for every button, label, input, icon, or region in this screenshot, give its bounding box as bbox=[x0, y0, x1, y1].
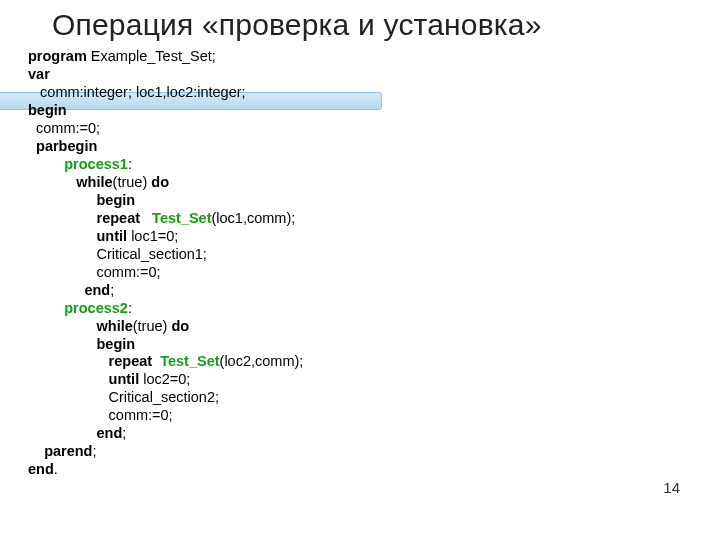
txt: Critical_section2; bbox=[28, 389, 219, 405]
kw-parbegin: parbegin bbox=[28, 138, 97, 154]
txt: (true) bbox=[113, 174, 152, 190]
ind bbox=[28, 425, 97, 441]
ind bbox=[28, 282, 84, 298]
txt: . bbox=[54, 461, 58, 477]
kw-begin: begin bbox=[28, 102, 67, 118]
testset-call: Test_Set bbox=[152, 210, 211, 226]
slide: Операция «проверка и установка» program … bbox=[0, 0, 720, 479]
kw-repeat: repeat bbox=[109, 353, 161, 369]
kw-program: program bbox=[28, 48, 87, 64]
txt: loc2=0; bbox=[139, 371, 190, 387]
kw-begin: begin bbox=[97, 336, 136, 352]
kw-end: end bbox=[97, 425, 123, 441]
txt: comm:=0; bbox=[28, 407, 173, 423]
kw-do: do bbox=[171, 318, 189, 334]
ind bbox=[28, 210, 97, 226]
kw-repeat: repeat bbox=[97, 210, 153, 226]
txt: loc1=0; bbox=[127, 228, 178, 244]
txt: comm:integer; loc1,loc2:integer; bbox=[28, 84, 246, 100]
ind bbox=[28, 228, 97, 244]
kw-while: while bbox=[97, 318, 133, 334]
kw-end: end bbox=[84, 282, 110, 298]
txt: comm:=0; bbox=[28, 120, 100, 136]
kw-do: do bbox=[151, 174, 169, 190]
page-number: 14 bbox=[663, 479, 680, 496]
txt: (loc2,comm); bbox=[220, 353, 304, 369]
kw-until: until bbox=[97, 228, 128, 244]
txt: : bbox=[128, 156, 132, 172]
code-block: program Example_Test_Set; var comm:integ… bbox=[28, 48, 692, 479]
process1-label: process1 bbox=[28, 156, 128, 172]
title-wrap: Операция «проверка и установка» bbox=[28, 8, 692, 42]
txt: ; bbox=[110, 282, 114, 298]
kw-var: var bbox=[28, 66, 50, 82]
txt: ; bbox=[122, 425, 126, 441]
page-title: Операция «проверка и установка» bbox=[28, 8, 692, 42]
kw-begin: begin bbox=[97, 192, 136, 208]
ind bbox=[28, 192, 97, 208]
txt: Example_Test_Set; bbox=[87, 48, 216, 64]
kw-parend: parend bbox=[44, 443, 92, 459]
txt: : bbox=[128, 300, 132, 316]
kw-end: end bbox=[28, 461, 54, 477]
ind bbox=[28, 336, 97, 352]
ind bbox=[28, 443, 44, 459]
kw-while: while bbox=[76, 174, 112, 190]
txt: (true) bbox=[133, 318, 172, 334]
txt: (loc1,comm); bbox=[211, 210, 295, 226]
process2-label: process2 bbox=[28, 300, 128, 316]
kw-until: until bbox=[109, 371, 140, 387]
testset-call: Test_Set bbox=[160, 353, 219, 369]
txt: ; bbox=[92, 443, 96, 459]
txt: Critical_section1; bbox=[28, 246, 207, 262]
txt: comm:=0; bbox=[28, 264, 161, 280]
ind bbox=[28, 371, 109, 387]
ind bbox=[28, 174, 76, 190]
ind bbox=[28, 318, 97, 334]
ind bbox=[28, 353, 109, 369]
